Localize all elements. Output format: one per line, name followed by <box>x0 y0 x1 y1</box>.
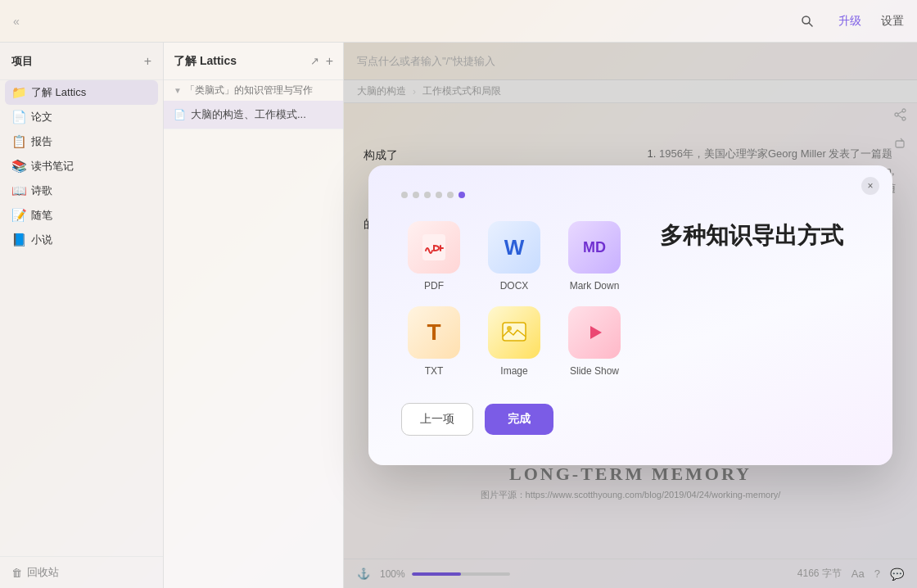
txt-label: TXT <box>425 365 444 377</box>
modal-body: PDF W DOCX MD <box>401 221 860 377</box>
dot-6-active[interactable] <box>458 192 465 198</box>
dot-2[interactable] <box>413 192 419 198</box>
titlebar-right: 升级 设置 <box>796 10 904 33</box>
dot-3[interactable] <box>424 192 431 198</box>
trash-button[interactable]: 🗑 回收站 <box>11 565 151 580</box>
titlebar: « 升级 设置 <box>0 0 917 43</box>
sidebar-item-label: 随笔 <box>31 208 52 223</box>
note-open-icon[interactable]: ↗ <box>310 55 319 67</box>
pdf-icon-box <box>408 221 460 274</box>
sidebar-item-label: 了解 Lattics <box>31 85 86 100</box>
docx-label: DOCX <box>500 280 529 292</box>
modal-close-button[interactable]: × <box>861 177 879 195</box>
upgrade-button[interactable]: 升级 <box>838 14 861 29</box>
sidebar-actions: + <box>144 54 151 69</box>
chevron-down-icon: ▼ <box>174 86 182 95</box>
note-add-icon[interactable]: + <box>326 54 333 69</box>
sidebar-bottom: 🗑 回收站 <box>0 556 163 588</box>
done-button[interactable]: 完成 <box>485 404 553 435</box>
modal-footer: 上一项 完成 <box>401 403 860 436</box>
sidebar-title: 项目 <box>11 54 33 69</box>
modal-overlay: × <box>344 43 917 588</box>
trash-label: 回收站 <box>27 565 59 580</box>
note-list-header-actions: ↗ + <box>310 54 333 69</box>
dot-5[interactable] <box>447 192 454 198</box>
sidebar-item-notes[interactable]: 📝 随笔 <box>0 203 163 228</box>
group-label: 「类脑式」的知识管理与写作 <box>185 84 313 97</box>
paper-icon: 📄 <box>11 110 26 124</box>
note-list-item[interactable]: 📄 大脑的构造、工作模式... <box>164 101 343 129</box>
txt-letter: T <box>427 319 440 346</box>
export-image[interactable]: Image <box>481 306 547 377</box>
note-doc-icon: 📄 <box>174 109 186 120</box>
svg-point-10 <box>507 326 512 331</box>
trash-icon: 🗑 <box>11 567 22 579</box>
slideshow-icon-box <box>568 306 621 359</box>
docx-letter: W <box>504 235 525 260</box>
md-text: MD <box>583 239 606 256</box>
note-list-title: 了解 Lattics <box>174 54 237 69</box>
svg-line-1 <box>809 23 812 26</box>
modal-text-area: 多种知识导出方式 <box>660 221 860 260</box>
sidebar-add-button[interactable]: + <box>144 54 151 69</box>
main-area: 项目 + 📁 了解 Lattics 📄 论文 📋 报告 📚 读书笔记 <box>0 43 917 588</box>
svg-rect-9 <box>503 323 526 341</box>
sidebar-item-label: 诗歌 <box>31 183 52 198</box>
note-list-pane: 了解 Lattics ↗ + ▼ 「类脑式」的知识管理与写作 📄 大脑的构造、工… <box>164 43 344 588</box>
image-icon-box <box>488 306 540 359</box>
reading-notes-icon: 📚 <box>11 159 26 174</box>
note-list-group[interactable]: ▼ 「类脑式」的知识管理与写作 <box>164 80 343 101</box>
sidebar-item-understand-lattics[interactable]: 📁 了解 Lattics <box>5 80 158 105</box>
export-docx[interactable]: W DOCX <box>481 221 547 292</box>
sidebar-item-poetry[interactable]: 📖 诗歌 <box>0 179 163 203</box>
sidebar-item-label: 读书笔记 <box>31 159 74 174</box>
docx-icon-box: W <box>488 221 540 274</box>
sidebar-item-paper[interactable]: 📄 论文 <box>0 105 163 129</box>
export-icons-grid: PDF W DOCX MD <box>401 221 627 377</box>
app-window: « 升级 设置 项目 + 📁 了解 Latti <box>0 0 917 588</box>
md-label: Mark Down <box>570 280 620 292</box>
collapse-icon[interactable]: « <box>13 15 20 28</box>
sidebar-item-report[interactable]: 📋 报告 <box>0 129 163 154</box>
svg-marker-11 <box>590 326 602 339</box>
sidebar: 项目 + 📁 了解 Lattics 📄 论文 📋 报告 📚 读书笔记 <box>0 43 164 588</box>
novel-icon: 📘 <box>11 233 26 247</box>
sidebar-item-label: 小说 <box>31 233 52 247</box>
export-txt[interactable]: T TXT <box>401 306 467 377</box>
export-md[interactable]: MD Mark Down <box>562 221 627 292</box>
folder-icon: 📁 <box>11 85 26 100</box>
modal-dots <box>401 192 860 198</box>
export-pdf[interactable]: PDF <box>401 221 467 292</box>
close-icon: × <box>867 180 873 192</box>
export-slideshow[interactable]: Slide Show <box>562 306 627 377</box>
sidebar-item-label: 报告 <box>31 134 52 149</box>
note-list-header: 了解 Lattics ↗ + <box>164 43 343 80</box>
note-item-label: 大脑的构造、工作模式... <box>191 107 306 122</box>
sidebar-item-novel[interactable]: 📘 小说 <box>0 228 163 252</box>
txt-icon-box: T <box>408 306 460 359</box>
modal-title: 多种知识导出方式 <box>660 221 860 251</box>
dot-1[interactable] <box>401 192 408 198</box>
notes-icon: 📝 <box>11 208 26 223</box>
report-icon: 📋 <box>11 134 26 149</box>
md-icon-box: MD <box>568 221 621 274</box>
sidebar-header: 项目 + <box>0 43 163 80</box>
sidebar-item-reading-notes[interactable]: 📚 读书笔记 <box>0 154 163 179</box>
editor-pane: 写点什么或者输入"/"快捷输入 大脑的构造 › 工作模式式和局限 构成了 的事 <box>344 43 917 588</box>
slideshow-label: Slide Show <box>570 365 619 377</box>
titlebar-left: « <box>13 15 20 28</box>
export-modal: × <box>368 165 892 465</box>
dot-4[interactable] <box>436 192 442 198</box>
poetry-icon: 📖 <box>11 183 26 198</box>
pdf-label: PDF <box>424 280 444 292</box>
note-list-item-inner: 📄 大脑的构造、工作模式... <box>174 107 333 122</box>
image-label: Image <box>500 365 527 377</box>
search-icon[interactable] <box>796 10 819 33</box>
prev-button[interactable]: 上一项 <box>401 403 473 436</box>
sidebar-item-label: 论文 <box>31 110 52 124</box>
settings-button[interactable]: 设置 <box>881 14 904 29</box>
